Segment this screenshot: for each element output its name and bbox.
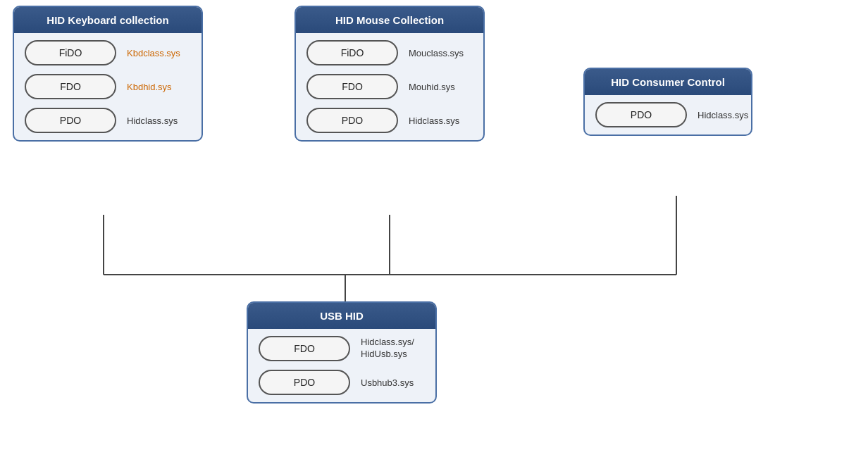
usbhid-title: USB HID (248, 303, 435, 329)
consumer-body: PDO Hidclass.sys (585, 95, 751, 135)
keyboard-pdo-label: Hidclass.sys (127, 115, 178, 126)
mouse-fido-label: Mouclass.sys (409, 48, 464, 58)
keyboard-pdo-row: PDO Hidclass.sys (25, 108, 191, 133)
usbhid-collection-box: USB HID FDO Hidclass.sys/ HidUsb.sys PDO… (247, 301, 437, 404)
consumer-pdo-label: Hidclass.sys (698, 110, 748, 120)
mouse-pdo-pill: PDO (306, 108, 398, 133)
keyboard-fido-pill: FiDO (25, 40, 116, 65)
consumer-title: HID Consumer Control (585, 69, 751, 95)
mouse-fdo-pill: FDO (306, 74, 398, 99)
usbhid-fdo-label: Hidclass.sys/ HidUsb.sys (361, 337, 414, 361)
keyboard-title: HID Keyboard collection (14, 7, 202, 33)
mouse-fido-pill: FiDO (306, 40, 398, 65)
keyboard-fdo-label: Kbdhid.sys (127, 82, 172, 92)
usbhid-pdo-row: PDO Usbhub3.sys (259, 370, 425, 395)
keyboard-collection-box: HID Keyboard collection FiDO Kbdclass.sy… (13, 6, 203, 142)
usbhid-pdo-pill: PDO (259, 370, 350, 395)
usbhid-fdo-row: FDO Hidclass.sys/ HidUsb.sys (259, 336, 425, 361)
consumer-pdo-row: PDO Hidclass.sys (595, 102, 740, 127)
diagram: HID Keyboard collection FiDO Kbdclass.sy… (0, 0, 868, 469)
keyboard-fdo-row: FDO Kbdhid.sys (25, 74, 191, 99)
mouse-title: HID Mouse Collection (296, 7, 483, 33)
mouse-body: FiDO Mouclass.sys FDO Mouhid.sys PDO Hid… (296, 33, 483, 140)
mouse-collection-box: HID Mouse Collection FiDO Mouclass.sys F… (294, 6, 485, 142)
usbhid-fdo-pill: FDO (259, 336, 350, 361)
keyboard-fdo-pill: FDO (25, 74, 116, 99)
usbhid-pdo-label: Usbhub3.sys (361, 377, 414, 388)
keyboard-pdo-pill: PDO (25, 108, 116, 133)
consumer-pdo-pill: PDO (595, 102, 687, 127)
mouse-fido-row: FiDO Mouclass.sys (306, 40, 473, 65)
mouse-fdo-label: Mouhid.sys (409, 82, 455, 92)
mouse-pdo-label: Hidclass.sys (409, 115, 459, 126)
usbhid-body: FDO Hidclass.sys/ HidUsb.sys PDO Usbhub3… (248, 329, 435, 402)
keyboard-body: FiDO Kbdclass.sys FDO Kbdhid.sys PDO Hid… (14, 33, 202, 140)
keyboard-fido-row: FiDO Kbdclass.sys (25, 40, 191, 65)
consumer-collection-box: HID Consumer Control PDO Hidclass.sys (583, 68, 752, 136)
keyboard-fido-label: Kbdclass.sys (127, 48, 180, 58)
mouse-pdo-row: PDO Hidclass.sys (306, 108, 473, 133)
mouse-fdo-row: FDO Mouhid.sys (306, 74, 473, 99)
